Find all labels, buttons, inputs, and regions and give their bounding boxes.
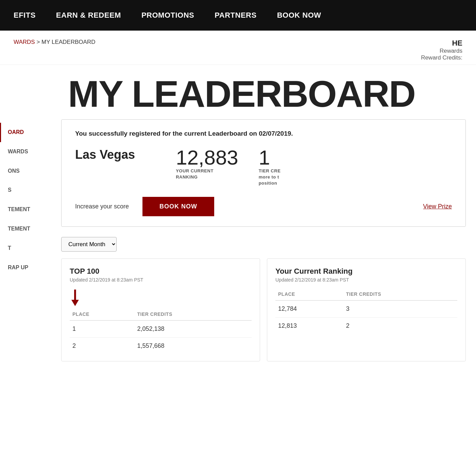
book-now-button[interactable]: BOOK NOW	[142, 197, 214, 216]
top-bar: WARDS > MY LEADERBOARD HE Rewards Reward…	[0, 31, 476, 65]
nav-bar: EFITS EARN & REDEEM PROMOTIONS PARTNERS …	[0, 0, 476, 31]
sidebar-item-partners[interactable]: S	[0, 181, 54, 200]
table-row: 1 2,052,138	[70, 320, 252, 337]
ranking-card: Your Current Ranking Updated 2/12/2019 a…	[267, 258, 466, 361]
registration-bottom: Increase your score BOOK NOW View Prize	[75, 197, 452, 216]
increase-score-text: Increase your score	[75, 203, 129, 210]
tier-credits-block: 1 TIER CREmore to tposition	[259, 148, 281, 187]
ranking-row1-place: 12,784	[275, 300, 343, 317]
sidebar-item-board[interactable]: OARD	[0, 123, 54, 142]
ranking-title: Your Current Ranking	[275, 267, 457, 276]
nav-item-benefits[interactable]: EFITS	[14, 11, 36, 20]
tables-row: TOP 100 Updated 2/12/2019 at 8:23am PST …	[61, 258, 466, 361]
breadcrumb-separator: >	[36, 39, 41, 45]
credits-label: Reward Credits:	[421, 54, 462, 61]
breadcrumb: WARDS > MY LEADERBOARD	[14, 39, 95, 46]
filter-row: Current Month Last Month All Time	[61, 237, 466, 252]
rewards-label: Rewards	[421, 48, 462, 54]
sidebar-item-promotions[interactable]: ONS	[0, 162, 54, 181]
ranking-col-place: PLACE	[275, 288, 343, 301]
top100-row2-place: 2	[70, 337, 135, 354]
registration-location: Las Vegas	[75, 148, 135, 162]
red-arrow-indicator	[70, 288, 252, 308]
table-row: 2 1,557,668	[70, 337, 252, 354]
page-title-section: MY LEADERBOARD	[0, 65, 476, 119]
top100-row1-place: 1	[70, 320, 135, 337]
user-info: HE Rewards Reward Credits:	[421, 39, 462, 61]
top100-row2-credits: 1,557,668	[135, 337, 252, 354]
breadcrumb-current: MY LEADERBOARD	[41, 39, 95, 45]
ranking-col-tier-credits: TIER CREDITS	[343, 288, 457, 301]
month-filter-select[interactable]: Current Month Last Month All Time	[61, 237, 117, 252]
table-row: 12,813 2	[275, 317, 457, 334]
ranking-row2-place: 12,813	[275, 317, 343, 334]
top100-col-tier-credits: TIER CREDITS	[135, 308, 252, 321]
current-ranking-label: YOUR CURRENTRANKING	[176, 168, 238, 180]
top100-row1-credits: 2,052,138	[135, 320, 252, 337]
content-area: You successfully registered for the curr…	[54, 119, 476, 361]
top100-table: PLACE TIER CREDITS 1 2,052,138 2 1,557,6…	[70, 308, 252, 354]
top100-card: TOP 100 Updated 2/12/2019 at 8:23am PST …	[61, 258, 260, 361]
nav-item-book-now[interactable]: BOOK NOW	[277, 11, 321, 20]
page-title: MY LEADERBOARD	[68, 75, 476, 113]
sidebar: OARD WARDS ONS S TEMENT TEMENT T RAP UP	[0, 119, 54, 361]
nav-item-partners[interactable]: PARTNERS	[215, 11, 256, 20]
tier-credits-label: TIER CREmore to tposition	[259, 168, 281, 187]
tier-credits-number: 1	[259, 148, 281, 168]
current-ranking-number: 12,883	[176, 148, 238, 168]
ranking-row1-credits: 3	[343, 300, 457, 317]
registration-card: You successfully registered for the curr…	[61, 119, 466, 227]
current-ranking-block: 12,883 YOUR CURRENTRANKING	[176, 148, 238, 180]
top100-title: TOP 100	[70, 267, 252, 276]
sidebar-item-statement2[interactable]: TEMENT	[0, 219, 54, 239]
nav-item-earn-redeem[interactable]: EARN & REDEEM	[56, 11, 121, 20]
ranking-row2-credits: 2	[343, 317, 457, 334]
registration-stats: Las Vegas 12,883 YOUR CURRENTRANKING 1 T…	[75, 148, 452, 187]
registration-message: You successfully registered for the curr…	[75, 130, 452, 137]
top100-updated: Updated 2/12/2019 at 8:23am PST	[70, 277, 252, 283]
view-prize-link[interactable]: View Prize	[423, 203, 452, 210]
sidebar-item-rewards[interactable]: WARDS	[0, 142, 54, 162]
main-layout: OARD WARDS ONS S TEMENT TEMENT T RAP UP …	[0, 119, 476, 375]
top100-col-place: PLACE	[70, 308, 135, 321]
username: HE	[421, 39, 462, 48]
svg-marker-1	[71, 300, 79, 306]
ranking-table: PLACE TIER CREDITS 12,784 3 12,813 2	[275, 288, 457, 334]
table-row: 12,784 3	[275, 300, 457, 317]
sidebar-item-t[interactable]: T	[0, 239, 54, 258]
breadcrumb-parent[interactable]: WARDS	[14, 39, 35, 45]
sidebar-item-wrap-up[interactable]: RAP UP	[0, 258, 54, 277]
ranking-updated: Updated 2/12/2019 at 8:23am PST	[275, 277, 457, 283]
nav-item-promotions[interactable]: PROMOTIONS	[141, 11, 194, 20]
sidebar-item-statement1[interactable]: TEMENT	[0, 200, 54, 219]
